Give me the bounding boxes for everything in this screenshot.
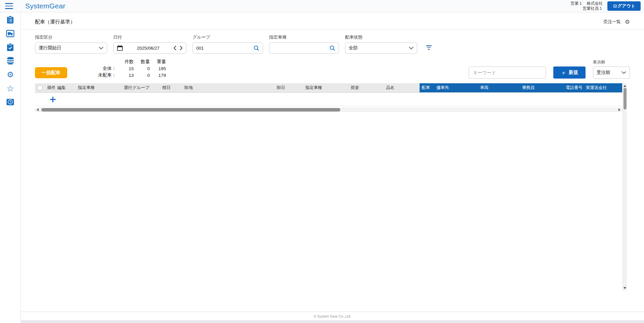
dispatch-status-label: 配車状態 [345, 34, 417, 40]
page-title: 配車（運行基準） [35, 19, 75, 25]
svg-text:?: ? [9, 100, 11, 104]
column-header [35, 83, 45, 92]
horizontal-scrollbar[interactable] [35, 108, 622, 112]
filter-bar: 指定区分 運行開始日 日付 2025/06/27 グループ 001 指定車種 [21, 30, 644, 54]
column-header: 車両 [478, 83, 520, 92]
hamburger-menu-icon[interactable] [5, 3, 13, 9]
order-list-clipboard-icon[interactable] [6, 15, 15, 24]
group-label: グループ [192, 34, 263, 40]
add-row-plus-button[interactable]: ＋ [48, 94, 58, 104]
next-date-icon[interactable] [179, 46, 183, 50]
group-value: 001 [196, 46, 204, 51]
order-list-link[interactable]: 受注一覧 [603, 19, 621, 25]
user-company: 営業１ 株式会社 [570, 1, 603, 6]
main-content: 配車（運行基準） 受注一覧 ⚙ 指定区分 運行開始日 日付 2025/06/27… [21, 12, 644, 323]
prev-date-icon[interactable] [173, 46, 177, 50]
sort-order-value: 受注順 [597, 70, 610, 76]
column-header [67, 83, 76, 92]
app-logo: SystemGear [25, 2, 66, 10]
stats-undispatched-label: 未配車： [98, 72, 118, 79]
filter-list-icon[interactable] [426, 45, 432, 50]
kubun-label: 指定区分 [35, 34, 107, 40]
scroll-left-icon[interactable] [37, 108, 39, 111]
dispatch-table: 操作編集指定車種運行グループ積日卸地卸日指定車種荷姿品名配車傭車先車両乗務員電話… [35, 83, 622, 106]
sort-order-select[interactable]: 受注順 [593, 66, 630, 79]
stats-undispatched-count: 13 [118, 72, 134, 79]
stats-undispatched-qty: 0 [134, 72, 150, 79]
new-button[interactable]: ＋新規 [553, 66, 586, 79]
keyword-input[interactable] [469, 66, 546, 79]
date-value: 2025/06/27 [126, 46, 171, 51]
column-header: 指定車種 [76, 83, 122, 92]
scroll-down-icon[interactable] [624, 287, 626, 289]
dispatch-table-zone: 操作編集指定車種運行グループ積日卸地卸日指定車種荷姿品名配車傭車先車両乗務員電話… [35, 83, 627, 112]
column-header: 運行グループ [122, 83, 160, 92]
column-header: 卸日 [275, 83, 303, 92]
horizontal-scroll-thumb[interactable] [41, 108, 340, 111]
date-picker[interactable]: 2025/06/27 [113, 42, 186, 54]
stats-total-count: 15 [118, 65, 134, 72]
date-label: 日付 [113, 34, 186, 40]
plus-icon: ＋ [561, 69, 566, 77]
chevron-down-icon [99, 47, 103, 50]
vehicle-type-search-input[interactable] [269, 42, 339, 54]
bulk-dispatch-button[interactable]: 一括配車 [35, 67, 67, 78]
column-header: 指定車種 [303, 83, 349, 92]
column-header: 電話番号 [564, 83, 584, 92]
top-bar: SystemGear 営業１ 株式会社 営業社員１ ログアウト [0, 0, 644, 12]
stats-total-qty: 0 [134, 65, 150, 72]
kubun-value: 運行開始日 [39, 45, 61, 51]
bottom-strip [21, 320, 644, 323]
stats-header-qty: 数量 [134, 58, 150, 65]
stats-summary: 件数 数量 重量 全体： 15 0 195 未配車： 13 0 179 [98, 58, 166, 79]
stats-total-weight: 195 [150, 65, 166, 72]
help-book-icon[interactable]: ? [6, 98, 15, 106]
dispatch-truck-icon[interactable] [6, 29, 15, 38]
toolbar: 一括配車 件数 数量 重量 全体： 15 0 195 未配車： 13 0 179 [21, 54, 644, 79]
column-header: 操作 [45, 83, 55, 92]
select-all-checkbox[interactable] [37, 85, 42, 90]
chevron-down-icon [621, 71, 626, 74]
database-icon[interactable] [6, 56, 15, 65]
user-info: 営業１ 株式会社 営業社員１ [570, 1, 603, 11]
add-row: ＋ [35, 92, 622, 106]
stats-total-label: 全体： [98, 65, 118, 72]
logout-button[interactable]: ログアウト [607, 1, 641, 11]
column-header: 卸地 [182, 83, 275, 92]
page-settings-gear-icon[interactable]: ⚙ [625, 18, 630, 25]
column-header: 荷姿 [349, 83, 384, 92]
footer: © System Gear Co.,Ltd. [21, 312, 644, 320]
kubun-select[interactable]: 運行開始日 [35, 42, 107, 54]
stats-header-count: 件数 [118, 58, 134, 65]
new-button-label: 新規 [569, 70, 578, 76]
column-header: 傭車先 [434, 83, 478, 92]
scroll-right-icon[interactable] [618, 108, 620, 111]
column-header: 積日 [160, 83, 182, 92]
copyright-text: © System Gear Co.,Ltd. [314, 314, 351, 318]
column-header: 実運送会社 [584, 83, 622, 92]
stats-header-weight: 重量 [150, 58, 166, 65]
favorite-star-icon[interactable]: ☆ [6, 84, 15, 93]
vertical-scrollbar[interactable] [622, 83, 627, 291]
search-icon[interactable] [254, 45, 259, 51]
stats-undispatched-weight: 179 [150, 72, 166, 79]
user-name: 営業社員１ [570, 6, 603, 11]
sidebar: ⚙ ☆ ? [0, 12, 21, 323]
column-header: 配車 [420, 83, 434, 92]
vertical-scroll-thumb[interactable] [624, 88, 627, 109]
task-check-clipboard-icon[interactable] [6, 43, 15, 51]
dispatch-status-select[interactable]: 全部 [345, 42, 417, 54]
scroll-up-icon[interactable] [624, 85, 626, 87]
dispatch-status-value: 全部 [349, 45, 358, 51]
chevron-down-icon [409, 47, 414, 50]
vehicle-type-label: 指定車種 [269, 34, 339, 40]
search-icon[interactable] [330, 45, 335, 51]
settings-gear-icon[interactable]: ⚙ [6, 70, 15, 79]
column-header: 編集 [55, 83, 67, 92]
column-header: 品名 [384, 83, 420, 92]
group-search-input[interactable]: 001 [192, 42, 263, 54]
sort-order-label: 表示順 [593, 59, 630, 65]
calendar-icon[interactable] [117, 45, 123, 51]
column-header: 乗務員 [520, 83, 564, 92]
